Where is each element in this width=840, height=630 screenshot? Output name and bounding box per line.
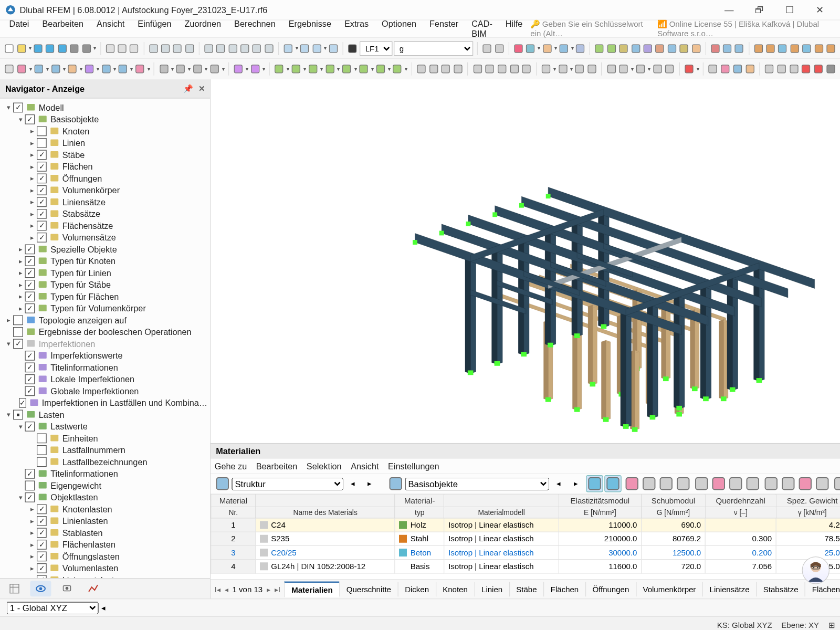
navigator-close-icon[interactable]: ✕: [198, 84, 205, 93]
f2[interactable]: [428, 62, 439, 77]
tree-node[interactable]: ▸Typen für Flächen: [0, 290, 210, 302]
tree-node[interactable]: ▾Objektlasten: [0, 491, 210, 503]
mt-t4[interactable]: [694, 476, 709, 491]
tree-node[interactable]: ▸Linienlasten: [0, 514, 210, 527]
tree-node[interactable]: Globale Imperfektionen: [0, 385, 210, 397]
basis-combo[interactable]: Basisobjekte: [405, 477, 549, 490]
g2[interactable]: [484, 62, 495, 77]
tree-checkbox[interactable]: [25, 244, 35, 254]
save-button[interactable]: [33, 41, 43, 56]
btab-linien[interactable]: Linien: [474, 582, 509, 597]
tree-node[interactable]: ▾Modell: [0, 101, 210, 113]
tree-twisty-icon[interactable]: ▸: [16, 269, 25, 276]
e4[interactable]: [324, 62, 335, 77]
l4[interactable]: [801, 62, 812, 77]
k1[interactable]: [708, 62, 719, 77]
f1[interactable]: [416, 62, 427, 77]
tree-node[interactable]: ▸Stablasten: [0, 527, 210, 539]
s2[interactable]: [525, 41, 536, 56]
tree-node[interactable]: ▾Basisobjekte: [0, 113, 210, 125]
tree-node[interactable]: Titelinformationen: [0, 361, 210, 373]
tree-checkbox[interactable]: [37, 232, 47, 242]
tree-twisty-icon[interactable]: ▸: [28, 174, 37, 182]
tree-checkbox[interactable]: [25, 480, 35, 490]
m6[interactable]: [813, 41, 824, 56]
i4[interactable]: [652, 62, 663, 77]
g1[interactable]: [472, 62, 483, 77]
tree-twisty-icon[interactable]: ▾: [16, 493, 25, 500]
b8[interactable]: [134, 62, 145, 77]
tree-node[interactable]: ▾Imperfektionen: [0, 338, 210, 350]
tree-node[interactable]: ▸Flächenlasten: [0, 538, 210, 550]
grid3[interactable]: [227, 41, 238, 56]
tree-node[interactable]: Ergebnisse der booleschen Operationen: [0, 326, 210, 338]
tree-twisty-icon[interactable]: ▸: [28, 186, 37, 193]
btab-materialien[interactable]: Materialien: [284, 582, 339, 597]
tree-node[interactable]: ▸Typen für Stäbe: [0, 278, 210, 290]
tree-node[interactable]: Lastfallnummern: [0, 444, 210, 456]
tree-twisty-icon[interactable]: ▸: [28, 151, 37, 158]
tree-checkbox[interactable]: [37, 445, 47, 455]
struct-next[interactable]: ▸: [362, 476, 377, 491]
m2[interactable]: [765, 41, 775, 56]
nav-tab-views[interactable]: [57, 581, 78, 596]
tree-checkbox[interactable]: [25, 421, 35, 431]
menu-fenster[interactable]: Fenster: [423, 17, 465, 41]
tree-node[interactable]: Imperfektionen in Lastfällen und Kombina…: [0, 396, 210, 408]
k4[interactable]: [744, 62, 755, 77]
m1[interactable]: [753, 41, 763, 56]
tree-checkbox[interactable]: [37, 433, 47, 443]
basis-prev[interactable]: ◂: [551, 476, 566, 491]
tree-node[interactable]: ▾Lasten: [0, 408, 210, 421]
mt-t0[interactable]: [624, 476, 640, 491]
menu-cad-bim[interactable]: CAD-BIM: [465, 17, 499, 41]
tree-twisty-icon[interactable]: ▸: [4, 316, 14, 323]
tree-node[interactable]: ▸Volumenlasten: [0, 562, 210, 574]
e8[interactable]: [392, 62, 403, 77]
grid4[interactable]: [239, 41, 250, 56]
redo-button[interactable]: [117, 41, 127, 56]
i1[interactable]: [606, 62, 617, 77]
mt-t10[interactable]: [797, 476, 813, 491]
menu-datei[interactable]: Datei: [3, 17, 36, 41]
view4[interactable]: [184, 41, 195, 56]
menu-einfügen[interactable]: Einfügen: [131, 17, 178, 41]
tree-checkbox[interactable]: [37, 185, 47, 195]
tree-node[interactable]: ▸Öffnungslasten: [0, 550, 210, 562]
t1[interactable]: [710, 41, 720, 56]
mt-t8[interactable]: [763, 476, 779, 491]
l3[interactable]: [788, 62, 799, 77]
r1[interactable]: [594, 41, 605, 56]
b1[interactable]: [16, 62, 27, 77]
nav-tab-display[interactable]: [30, 581, 51, 596]
tree-checkbox[interactable]: [25, 114, 35, 124]
tree-node[interactable]: Einheiten: [0, 432, 210, 444]
load-desc-combo[interactable]: g: [393, 41, 473, 56]
tree-twisty-icon[interactable]: ▸: [28, 564, 37, 571]
l1[interactable]: [764, 62, 775, 77]
mt-t9[interactable]: [780, 476, 796, 491]
tree-twisty-icon[interactable]: ▸: [28, 517, 37, 524]
save-all-button[interactable]: [69, 41, 79, 56]
tree-node[interactable]: ▸Knoten: [0, 125, 210, 137]
grid1[interactable]: [203, 41, 214, 56]
tree-checkbox[interactable]: [13, 338, 23, 348]
e1[interactable]: [274, 62, 285, 77]
f3[interactable]: [440, 62, 452, 77]
material-row[interactable]: 1 C24 Holz Isotrop | Linear elastisch 11…: [211, 518, 840, 532]
tree-checkbox[interactable]: [37, 503, 47, 513]
btab-stabsätze[interactable]: Stabsätze: [756, 582, 805, 597]
tree-node[interactable]: ▸Stäbe: [0, 149, 210, 161]
r4[interactable]: [631, 41, 641, 56]
tree-checkbox[interactable]: [37, 161, 47, 171]
c3[interactable]: [192, 62, 203, 77]
struct-prev[interactable]: ◂: [344, 476, 360, 491]
mt-t3[interactable]: [675, 476, 691, 491]
undo-button[interactable]: [104, 41, 115, 56]
nav-tab-data[interactable]: [4, 581, 25, 596]
materials-menu-selektion[interactable]: Selektion: [307, 461, 342, 471]
tree-node[interactable]: ▸Linien: [0, 136, 210, 149]
tree-checkbox[interactable]: [13, 327, 23, 337]
m5[interactable]: [801, 41, 812, 56]
s5[interactable]: [575, 41, 585, 56]
